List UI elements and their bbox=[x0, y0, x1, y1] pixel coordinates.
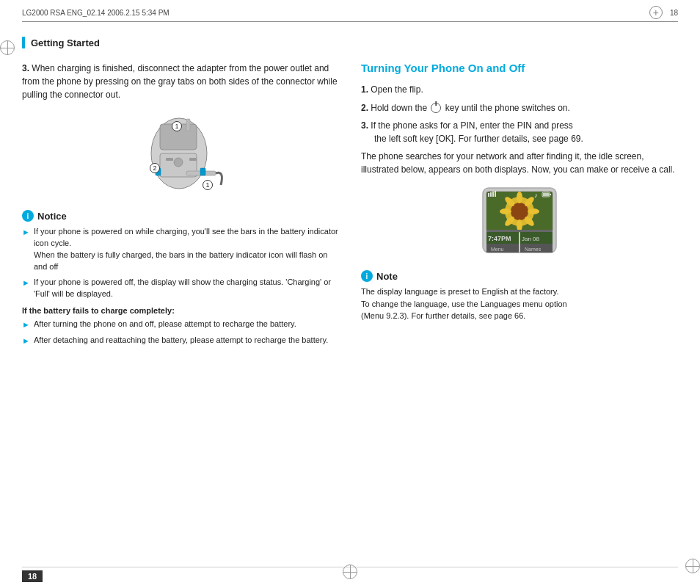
step-3-content: When charging is finished, disconnect th… bbox=[22, 63, 338, 100]
bullet-arrow-1: ► bbox=[22, 227, 30, 239]
registration-mark-left bbox=[0, 40, 15, 55]
right-step-1-text: Open the flip. bbox=[371, 84, 423, 95]
right-column: Turning Your Phone On and Off 1. Open th… bbox=[361, 62, 678, 559]
svg-rect-38 bbox=[543, 193, 549, 196]
circle-label-1-top: 1 bbox=[172, 121, 182, 131]
notice-box: i Notice ► If your phone is powered on w… bbox=[22, 210, 339, 347]
section-header: Getting Started bbox=[22, 37, 678, 48]
notice-bullet-1-text: If your phone is powered on while chargi… bbox=[34, 226, 339, 273]
svg-text:7:47PM: 7:47PM bbox=[488, 235, 511, 242]
bullet-arrow-2: ► bbox=[22, 277, 30, 289]
power-key-icon bbox=[431, 103, 441, 113]
svg-rect-5 bbox=[200, 168, 205, 175]
svg-text:Menu: Menu bbox=[491, 247, 504, 252]
svg-rect-9 bbox=[189, 158, 197, 161]
right-step-3: 3. If the phone asks for a PIN, enter th… bbox=[361, 119, 678, 145]
file-info: LG2000 RSA ENG_02.14 2006.2.15 5:34 PM bbox=[22, 9, 642, 17]
phone-screen-area: 7:47PM Jan 08 Menu Names bbox=[361, 186, 678, 260]
phone-image-area: 1 2 1 bbox=[22, 112, 339, 200]
svg-point-19 bbox=[517, 219, 522, 231]
note-label: Note bbox=[376, 271, 398, 282]
right-step-2-text: Hold down the bbox=[371, 103, 429, 113]
svg-text:Names: Names bbox=[525, 247, 542, 252]
right-para: The phone searches for your network and … bbox=[361, 150, 678, 176]
svg-rect-32 bbox=[488, 193, 489, 197]
battery-fail-title: If the battery fails to charge completel… bbox=[22, 306, 339, 315]
right-step-2-text-end: key until the phone switches on. bbox=[445, 103, 570, 113]
svg-rect-33 bbox=[490, 192, 492, 197]
registration-mark-right bbox=[685, 559, 700, 573]
right-step-3-num: 3. bbox=[361, 120, 368, 131]
svg-rect-37 bbox=[550, 194, 551, 195]
phone-screen-svg: 7:47PM Jan 08 Menu Names bbox=[472, 186, 567, 256]
note-box: i Note The display language is preset to… bbox=[361, 270, 678, 322]
svg-rect-34 bbox=[492, 192, 494, 197]
right-step-1-num: 1. bbox=[361, 84, 368, 95]
main-content: Getting Started 3. When charging is fini… bbox=[22, 29, 678, 559]
right-step-1: 1. Open the flip. bbox=[361, 83, 678, 96]
right-step-2-num: 2. bbox=[361, 103, 368, 113]
circle-label-1-bottom: 1 bbox=[203, 180, 213, 190]
notice-title: i Notice bbox=[22, 210, 339, 222]
right-step-3-text-cont: the left soft key [OK]. For further deta… bbox=[361, 132, 678, 145]
svg-point-21 bbox=[500, 208, 511, 214]
note-text: The display language is preset to Englis… bbox=[361, 286, 678, 322]
notice-bullet-2: ► If your phone is powered off, the disp… bbox=[22, 277, 339, 300]
notice-label: Notice bbox=[37, 211, 67, 222]
right-step-2: 2. Hold down the key until the phone swi… bbox=[361, 101, 678, 115]
notice-bullet-1: ► If your phone is powered on while char… bbox=[22, 226, 339, 273]
step-3-text: 3. When charging is finished, disconnect… bbox=[22, 62, 339, 101]
section-header-title: Getting Started bbox=[31, 37, 100, 48]
header-page-num: 18 bbox=[670, 9, 678, 17]
battery-fail-bullet-1-text: After turning the phone on and off, plea… bbox=[34, 319, 339, 330]
battery-fail-bullet-2: ► After detaching and reattaching the ba… bbox=[22, 335, 339, 347]
battery-fail-bullet-1: ► After turning the phone on and off, pl… bbox=[22, 319, 339, 331]
right-step-3-text: If the phone asks for a PIN, enter the P… bbox=[371, 120, 572, 131]
battery-fail-arrow-1: ► bbox=[22, 319, 30, 331]
phone-diagram: 1 2 1 bbox=[129, 115, 232, 196]
notice-bullet-2-text: If your phone is powered off, the displa… bbox=[34, 277, 339, 300]
header-crosshair bbox=[649, 6, 663, 19]
note-icon: i bbox=[361, 270, 373, 282]
header-bar: LG2000 RSA ENG_02.14 2006.2.15 5:34 PM 1… bbox=[22, 6, 678, 22]
battery-fail-bullet-2-text: After detaching and reattaching the batt… bbox=[34, 335, 339, 346]
svg-point-7 bbox=[174, 158, 183, 167]
note-title: i Note bbox=[361, 270, 678, 282]
svg-point-17 bbox=[528, 208, 539, 214]
step-3-number: 3. bbox=[22, 63, 29, 73]
page-number: 18 bbox=[22, 570, 43, 582]
svg-rect-8 bbox=[166, 158, 173, 161]
svg-rect-23 bbox=[486, 230, 553, 232]
svg-rect-6 bbox=[186, 119, 190, 131]
svg-rect-35 bbox=[495, 191, 496, 197]
svg-text:♪: ♪ bbox=[534, 192, 538, 199]
circle-label-2: 2 bbox=[150, 163, 160, 173]
registration-mark-bottom bbox=[343, 565, 357, 579]
turning-title: Turning Your Phone On and Off bbox=[361, 62, 678, 74]
left-column: 3. When charging is finished, disconnect… bbox=[22, 62, 339, 559]
two-column-layout: 3. When charging is finished, disconnect… bbox=[22, 62, 678, 559]
notice-icon: i bbox=[22, 210, 34, 222]
svg-text:Jan 08: Jan 08 bbox=[522, 236, 540, 242]
right-para-text: The phone searches for your network and … bbox=[361, 151, 675, 175]
section-header-bar bbox=[22, 37, 25, 48]
battery-fail-arrow-2: ► bbox=[22, 335, 30, 347]
svg-point-15 bbox=[517, 192, 522, 203]
